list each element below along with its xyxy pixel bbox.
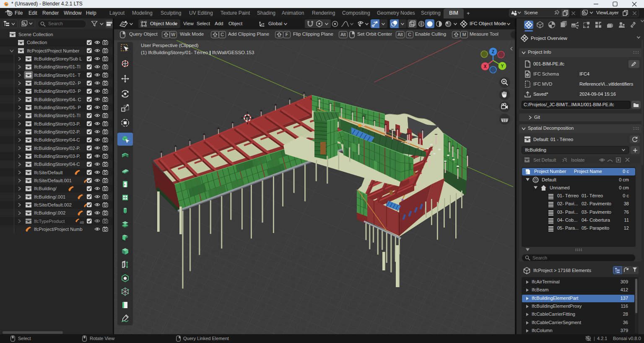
svg-text:IfcBuildingStorey/01-Tl: IfcBuildingStorey/01-Tl <box>34 64 80 69</box>
svg-text:IfcBuildingStorey/01-Tl: IfcBuildingStorey/01-Tl <box>34 113 80 118</box>
svg-text:Collection: Collection <box>27 40 47 45</box>
svg-text:IfcBuildingStorey/01- T: IfcBuildingStorey/01- T <box>34 73 80 78</box>
svg-text:IfcBuildingStorey/04-C: IfcBuildingStorey/04-C <box>34 137 80 142</box>
svg-text:IfcSite/Default.002: IfcSite/Default.002 <box>34 202 72 207</box>
svg-text:IfcBuildingStorey/Sub L: IfcBuildingStorey/Sub L <box>34 56 82 61</box>
svg-text:IfcBuildingStorey/03-P.: IfcBuildingStorey/03-P. <box>34 154 80 159</box>
svg-text:IfcTypeProduct: IfcTypeProduct <box>34 219 65 224</box>
svg-text:IfcBuildingStorey/03- P: IfcBuildingStorey/03- P <box>34 89 81 94</box>
svg-text:X: X <box>484 64 487 69</box>
svg-text:IfcBuilding/: IfcBuilding/ <box>34 186 57 191</box>
svg-text:IfcBuildingStorey/02- P: IfcBuildingStorey/02- P <box>34 81 81 86</box>
svg-text:IfcBuilding/.002: IfcBuilding/.002 <box>34 210 65 215</box>
svg-text:48: 48 <box>80 220 84 225</box>
svg-text:IfcBuildingStorey/02-P.: IfcBuildingStorey/02-P. <box>34 146 80 151</box>
svg-text:IfcSite/Default.001: IfcSite/Default.001 <box>34 178 72 183</box>
svg-text:IfcSite/Default: IfcSite/Default <box>34 170 62 175</box>
svg-text:Y: Y <box>501 64 504 68</box>
svg-text:IfcProject/Project Numb: IfcProject/Project Numb <box>34 227 83 232</box>
svg-text:Z: Z <box>492 50 494 54</box>
svg-text:IfcProject/Project Number: IfcProject/Project Number <box>27 48 80 53</box>
svg-text:IfcBuildingStorey/04- C: IfcBuildingStorey/04- C <box>34 97 81 102</box>
svg-text:IfcBuildingStorey/02-P.: IfcBuildingStorey/02-P. <box>34 129 80 134</box>
svg-text:IfcBuilding/.001: IfcBuilding/.001 <box>34 194 65 199</box>
svg-text:IfcBuildingStorey/05- P: IfcBuildingStorey/05- P <box>34 105 81 110</box>
svg-text:IfcBuildingStorey/03-P.: IfcBuildingStorey/03-P. <box>34 121 80 126</box>
svg-text:IfcBuildingStorey/04-C: IfcBuildingStorey/04-C <box>34 162 80 167</box>
svg-text:Scene Collection: Scene Collection <box>18 32 53 37</box>
